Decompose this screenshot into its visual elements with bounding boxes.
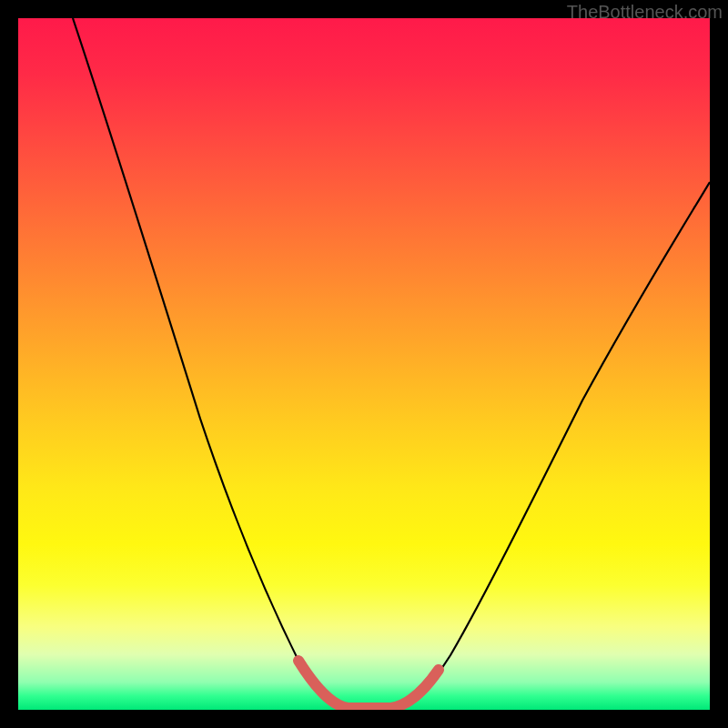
optimal-range-highlight-path: [298, 661, 439, 708]
watermark-text: TheBottleneck.com: [567, 2, 723, 23]
chart-container: TheBottleneck.com: [0, 0, 728, 728]
chart-svg: [18, 18, 710, 710]
plot-area: [18, 18, 710, 710]
bottleneck-curve-path: [73, 18, 710, 708]
